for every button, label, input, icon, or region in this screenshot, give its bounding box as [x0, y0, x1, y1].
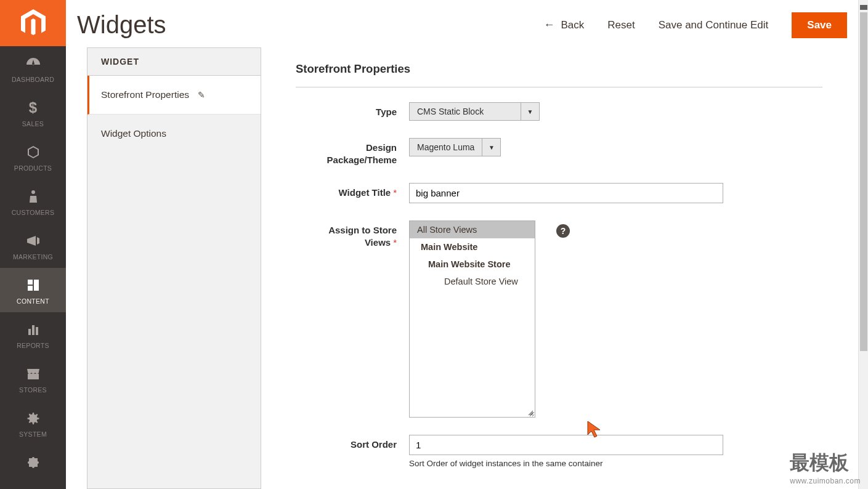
tab-label: Widget Options — [101, 128, 166, 139]
theme-label: Design Package/Theme — [296, 138, 400, 166]
vertical-scrollbar[interactable] — [858, 0, 868, 489]
theme-select[interactable]: Magento Luma ▼ — [409, 138, 501, 156]
save-continue-button[interactable]: Save and Continue Edit — [659, 19, 769, 31]
megaphone-icon — [26, 232, 41, 249]
page-title: Widgets — [77, 11, 166, 39]
field-store-views: Assign to Store Views* All Store ViewsMa… — [296, 220, 822, 418]
store-option[interactable]: Main Website — [410, 238, 535, 256]
widget-tabs: WIDGET Storefront Properties✎Widget Opti… — [87, 47, 261, 489]
sidebar-item-label: REPORTS — [17, 342, 49, 349]
sidebar-item-products[interactable]: PRODUCTS — [0, 135, 66, 179]
theme-value: Magento Luma — [410, 139, 482, 156]
tab-widget-options[interactable]: Widget Options — [87, 115, 261, 153]
store-option[interactable]: Main Website Store — [410, 256, 535, 273]
chevron-down-icon: ▼ — [482, 139, 500, 156]
field-widget-title: Widget Title* — [296, 183, 822, 203]
puzzle-icon — [26, 454, 40, 471]
title-label: Widget Title* — [296, 183, 400, 199]
watermark: 最模板 www.zuimoban.com — [790, 450, 861, 485]
type-select[interactable]: CMS Static Block ▼ — [409, 102, 540, 121]
store-option[interactable]: All Store Views — [410, 221, 535, 238]
sort-order-note: Sort Order of widget instances in the sa… — [409, 459, 822, 468]
cube-icon — [26, 143, 40, 161]
help-icon[interactable]: ? — [556, 224, 570, 238]
field-theme: Design Package/Theme Magento Luma ▼ — [296, 138, 822, 166]
bar-icon — [26, 321, 40, 338]
pencil-icon: ✎ — [198, 90, 205, 100]
page-header: Widgets ← Back Reset Save and Continue E… — [66, 0, 868, 47]
sort-label: Sort Order — [296, 435, 400, 451]
store-views-select[interactable]: All Store ViewsMain WebsiteMain Website … — [409, 220, 535, 418]
gear-icon — [26, 410, 40, 427]
sidebar-item-reports[interactable]: REPORTS — [0, 312, 66, 357]
sidebar-item-label: DASHBOARD — [12, 76, 54, 83]
magento-logo-icon — [21, 9, 46, 38]
sidebar-item-dashboard[interactable]: DASHBOARD — [0, 46, 66, 91]
type-value: CMS Static Block — [410, 103, 521, 120]
back-button[interactable]: ← Back — [543, 18, 584, 31]
sidebar-item-label: CONTENT — [17, 297, 49, 305]
field-type: Type CMS Static Block ▼ — [296, 102, 822, 121]
tab-label: Storefront Properties — [101, 89, 189, 100]
sidebar-item-content[interactable]: CONTENT — [0, 268, 66, 312]
section-title: Storefront Properties — [296, 62, 822, 87]
sidebar-item-label: MARKETING — [13, 253, 53, 261]
sidebar-item-sales[interactable]: $SALES — [0, 91, 66, 135]
chevron-down-icon: ▼ — [521, 103, 539, 120]
content-icon — [26, 277, 40, 294]
person-icon — [28, 188, 38, 205]
sidebar-item-label: STORES — [19, 386, 47, 394]
type-label: Type — [296, 102, 400, 118]
dashboard-icon — [25, 55, 41, 72]
field-sort-order: Sort Order Sort Order of widget instance… — [296, 435, 822, 468]
store-option[interactable]: Default Store View — [410, 273, 535, 290]
sidebar-item-puzzle[interactable] — [0, 445, 66, 482]
widget-title-input[interactable] — [409, 183, 723, 203]
sidebar-item-label: CUSTOMERS — [12, 209, 55, 216]
sidebar-item-stores[interactable]: STORES — [0, 357, 66, 401]
stores-label: Assign to Store Views* — [296, 220, 400, 248]
sidebar-item-label: SYSTEM — [19, 430, 47, 438]
main-area: Widgets ← Back Reset Save and Continue E… — [66, 0, 868, 489]
tabs-header: WIDGET — [87, 48, 261, 76]
page-actions: ← Back Reset Save and Continue Edit Save — [543, 12, 847, 38]
store-icon — [26, 365, 41, 382]
sidebar-item-label: PRODUCTS — [14, 164, 52, 172]
sidebar-item-label: SALES — [22, 120, 44, 127]
magento-logo[interactable] — [0, 0, 66, 46]
sidebar-item-customers[interactable]: CUSTOMERS — [0, 179, 66, 224]
back-label: Back — [561, 19, 584, 31]
resize-handle-icon[interactable] — [527, 409, 534, 416]
save-button[interactable]: Save — [792, 12, 847, 38]
admin-sidebar: DASHBOARD$SALESPRODUCTSCUSTOMERSMARKETIN… — [0, 0, 66, 489]
storefront-properties-form: Storefront Properties Type CMS Static Bl… — [296, 47, 822, 489]
sort-order-input[interactable] — [409, 435, 723, 455]
reset-button[interactable]: Reset — [607, 19, 635, 31]
dollar-icon: $ — [29, 99, 37, 116]
tab-storefront-properties[interactable]: Storefront Properties✎ — [87, 76, 261, 115]
sidebar-item-system[interactable]: SYSTEM — [0, 401, 66, 445]
sidebar-item-marketing[interactable]: MARKETING — [0, 224, 66, 268]
back-arrow-icon: ← — [543, 18, 554, 31]
